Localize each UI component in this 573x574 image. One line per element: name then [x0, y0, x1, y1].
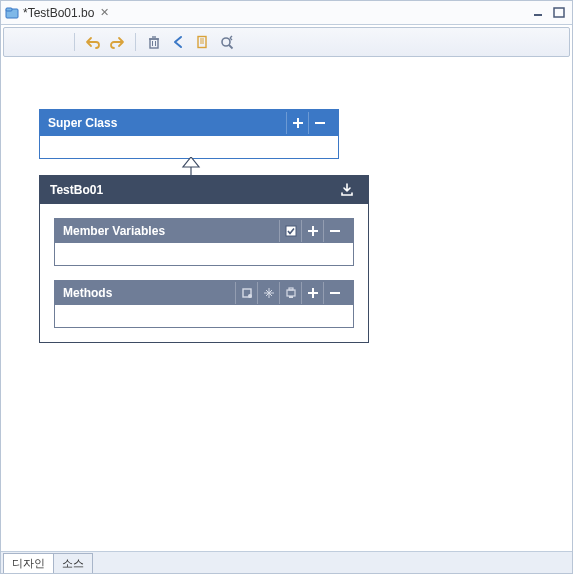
class-box[interactable]: TestBo01 Member Variables: [39, 175, 369, 343]
refresh-view-button[interactable]: [216, 32, 236, 52]
methods-action2-button[interactable]: [257, 282, 279, 304]
class-header: TestBo01: [40, 176, 368, 204]
methods-header: Methods: [55, 281, 353, 305]
svg-rect-9: [198, 37, 206, 48]
methods-action3-button[interactable]: [279, 282, 301, 304]
methods-section[interactable]: Methods: [54, 280, 354, 328]
super-class-body[interactable]: [40, 136, 338, 158]
design-canvas[interactable]: Super Class TestBo01: [1, 59, 572, 551]
delete-button[interactable]: [144, 32, 164, 52]
back-nav-button[interactable]: [168, 32, 188, 52]
methods-add-button[interactable]: [301, 282, 323, 304]
methods-remove-button[interactable]: [323, 282, 345, 304]
class-body: Member Variables: [40, 204, 368, 342]
member-variables-header: Member Variables: [55, 219, 353, 243]
document-button[interactable]: [192, 32, 212, 52]
member-variables-title: Member Variables: [63, 224, 279, 238]
svg-point-13: [222, 38, 230, 46]
member-variables-remove-button[interactable]: [323, 220, 345, 242]
member-variables-body[interactable]: [55, 243, 353, 265]
file-icon: [5, 6, 19, 20]
svg-rect-4: [150, 39, 158, 48]
bottom-tabs: 디자인 소스: [1, 551, 572, 573]
super-class-add-button[interactable]: [286, 112, 308, 134]
undo-button[interactable]: [83, 32, 103, 52]
super-class-remove-button[interactable]: [308, 112, 330, 134]
svg-rect-1: [6, 8, 12, 11]
svg-rect-3: [554, 8, 564, 17]
svg-point-25: [248, 294, 252, 298]
tab-title[interactable]: *TestBo01.bo: [23, 6, 94, 20]
svg-line-14: [229, 45, 233, 49]
svg-rect-26: [287, 290, 295, 296]
toolbar: [3, 27, 570, 57]
member-variables-section[interactable]: Member Variables: [54, 218, 354, 266]
import-button[interactable]: [336, 179, 358, 201]
super-class-header: Super Class: [40, 110, 338, 136]
minimize-icon[interactable]: [530, 5, 548, 21]
tab-close-icon[interactable]: ✕: [100, 6, 109, 19]
maximize-icon[interactable]: [550, 5, 568, 21]
tab-source[interactable]: 소스: [53, 553, 93, 573]
tab-design[interactable]: 디자인: [3, 553, 54, 573]
super-class-box[interactable]: Super Class: [39, 109, 339, 159]
svg-rect-27: [289, 288, 293, 290]
svg-rect-28: [289, 296, 293, 298]
super-class-title: Super Class: [48, 116, 286, 130]
member-variables-toggle-button[interactable]: [279, 220, 301, 242]
class-title: TestBo01: [50, 183, 336, 197]
member-variables-add-button[interactable]: [301, 220, 323, 242]
svg-rect-2: [534, 14, 542, 16]
redo-button[interactable]: [107, 32, 127, 52]
svg-marker-18: [183, 157, 199, 167]
methods-body[interactable]: [55, 305, 353, 327]
methods-title: Methods: [63, 286, 235, 300]
tab-bar: *TestBo01.bo ✕: [1, 1, 572, 25]
methods-action1-button[interactable]: [235, 282, 257, 304]
